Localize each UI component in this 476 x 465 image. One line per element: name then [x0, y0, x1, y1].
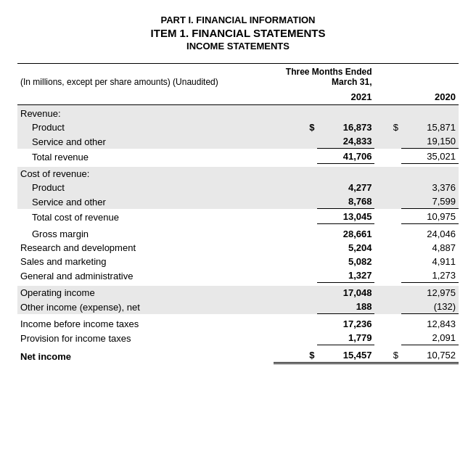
- rd-2020: 4,887: [401, 241, 459, 255]
- item-title: ITEM 1. FINANCIAL STATEMENTS: [17, 27, 459, 39]
- cost-header-label: Cost of revenue:: [17, 167, 274, 181]
- service-row: Service and other 24,833 19,150: [17, 134, 459, 149]
- product-dollar-sign: $: [274, 120, 318, 134]
- other-income-2020: (132): [401, 300, 459, 314]
- title-section: PART I. FINANCIAL INFORMATION ITEM 1. FI…: [17, 15, 459, 52]
- cost-service-row: Service and other 8,768 7,599: [17, 194, 459, 209]
- net-income-row: Net income $ 15,457 $ 10,752: [17, 348, 459, 363]
- other-income-2021: 188: [317, 300, 374, 314]
- total-cost-row: Total cost of revenue 13,045 10,975: [17, 209, 459, 224]
- total-revenue-2021: 41,706: [317, 149, 374, 164]
- year-header-row: 2021 2020: [17, 90, 459, 105]
- net-income-2021: 15,457: [317, 348, 374, 363]
- total-cost-label: Total cost of revenue: [17, 209, 274, 224]
- op-income-row: Operating income 17,048 12,975: [17, 286, 459, 300]
- product-label: Product: [17, 120, 274, 134]
- gross-margin-2021: 28,661: [317, 227, 374, 241]
- rd-label: Research and development: [17, 241, 274, 255]
- op-income-label: Operating income: [17, 286, 274, 300]
- gross-margin-row: Gross margin 28,661 24,046: [17, 227, 459, 241]
- product-2021-value: 16,873: [317, 120, 374, 134]
- other-income-row: Other income (expense), net 188 (132): [17, 300, 459, 314]
- sm-2020: 4,911: [401, 255, 459, 268]
- income-before-2020: 12,843: [401, 317, 459, 331]
- revenue-header-label: Revenue:: [17, 105, 274, 121]
- net-income-dollar-2020: $: [374, 348, 401, 363]
- ga-2021: 1,327: [317, 268, 374, 283]
- cost-header-row: Cost of revenue:: [17, 167, 459, 181]
- total-revenue-row: Total revenue 41,706 35,021: [17, 149, 459, 164]
- net-income-dollar: $: [274, 348, 318, 363]
- subtitle: INCOME STATEMENTS: [17, 41, 459, 52]
- provision-label: Provision for income taxes: [17, 331, 274, 345]
- product-dollar-sign-2020: $: [374, 120, 401, 134]
- sm-label: Sales and marketing: [17, 255, 274, 268]
- part-title: PART I. FINANCIAL INFORMATION: [17, 15, 459, 25]
- note-label: (In millions, except per share amounts) …: [17, 64, 274, 91]
- cost-service-2020: 7,599: [401, 194, 459, 209]
- total-revenue-2020: 35,021: [401, 149, 459, 164]
- net-income-2020: 10,752: [401, 348, 459, 363]
- sm-row: Sales and marketing 5,082 4,911: [17, 255, 459, 268]
- cost-product-label: Product: [17, 181, 274, 194]
- gross-margin-2020: 24,046: [401, 227, 459, 241]
- other-income-label: Other income (expense), net: [17, 300, 274, 314]
- op-income-2021: 17,048: [317, 286, 374, 300]
- rd-row: Research and development 5,204 4,887: [17, 241, 459, 255]
- gross-margin-label: Gross margin: [17, 227, 274, 241]
- income-before-label: Income before income taxes: [17, 317, 274, 331]
- revenue-header-row: Revenue:: [17, 105, 459, 121]
- cost-product-2020: 3,376: [401, 181, 459, 194]
- provision-row: Provision for income taxes 1,779 2,091: [17, 331, 459, 345]
- ga-label: General and administrative: [17, 268, 274, 283]
- cost-service-2021: 8,768: [317, 194, 374, 209]
- sm-2021: 5,082: [317, 255, 374, 268]
- service-2020-value: 19,150: [401, 134, 459, 149]
- total-revenue-label: Total revenue: [17, 149, 274, 164]
- income-statements-table: (In millions, except per share amounts) …: [17, 63, 459, 364]
- total-cost-2020: 10,975: [401, 209, 459, 224]
- total-cost-2021: 13,045: [317, 209, 374, 224]
- ga-2020: 1,273: [401, 268, 459, 283]
- income-before-row: Income before income taxes 17,236 12,843: [17, 317, 459, 331]
- service-2021-value: 24,833: [317, 134, 374, 149]
- provision-2021: 1,779: [317, 331, 374, 345]
- product-2020-value: 15,871: [401, 120, 459, 134]
- provision-2020: 2,091: [401, 331, 459, 345]
- product-row: Product $ 16,873 $ 15,871: [17, 120, 459, 134]
- income-before-2021: 17,236: [317, 317, 374, 331]
- op-income-2020: 12,975: [401, 286, 459, 300]
- period-header-row: (In millions, except per share amounts) …: [17, 64, 459, 91]
- rd-2021: 5,204: [317, 241, 374, 255]
- ga-row: General and administrative 1,327 1,273: [17, 268, 459, 283]
- cost-product-2021: 4,277: [317, 181, 374, 194]
- net-income-label: Net income: [17, 348, 274, 363]
- cost-service-label: Service and other: [17, 194, 274, 209]
- service-label: Service and other: [17, 134, 274, 149]
- cost-product-row: Product 4,277 3,376: [17, 181, 459, 194]
